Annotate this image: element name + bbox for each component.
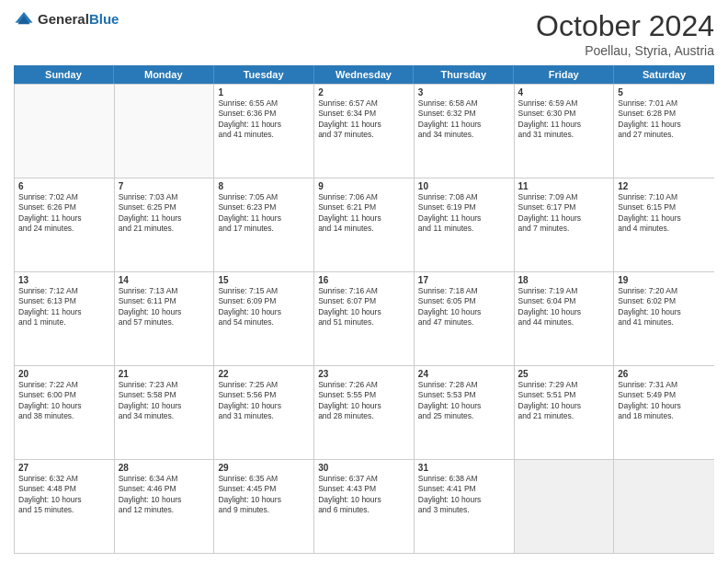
calendar-cell: 29Sunrise: 6:35 AMSunset: 4:45 PMDayligh…: [214, 460, 314, 553]
cell-info: Sunrise: 7:29 AMSunset: 5:51 PMDaylight:…: [518, 380, 610, 422]
day-number: 19: [618, 275, 711, 285]
cell-info: Sunrise: 6:58 AMSunset: 6:32 PMDaylight:…: [418, 98, 510, 141]
cell-info: Sunrise: 7:12 AMSunset: 6:13 PMDaylight:…: [18, 286, 110, 328]
day-number: 7: [119, 181, 210, 191]
day-number: 2: [318, 87, 410, 98]
day-number: 17: [418, 275, 510, 285]
cell-info: Sunrise: 7:19 AMSunset: 6:04 PMDaylight:…: [518, 286, 610, 328]
cell-info: Sunrise: 7:23 AMSunset: 5:58 PMDaylight:…: [119, 380, 210, 422]
day-number: 9: [318, 181, 410, 191]
cell-info: Sunrise: 7:06 AMSunset: 6:21 PMDaylight:…: [318, 192, 410, 235]
cell-info: Sunrise: 7:26 AMSunset: 5:55 PMDaylight:…: [318, 380, 410, 422]
calendar-cell: [15, 85, 115, 178]
calendar-row: 13Sunrise: 7:12 AMSunset: 6:13 PMDayligh…: [15, 271, 714, 365]
calendar-header: SundayMondayTuesdayWednesdayThursdayFrid…: [14, 65, 714, 84]
logo-blue: Blue: [89, 11, 119, 27]
calendar-cell: 30Sunrise: 6:37 AMSunset: 4:43 PMDayligh…: [314, 460, 415, 553]
calendar-cell: 17Sunrise: 7:18 AMSunset: 6:05 PMDayligh…: [415, 272, 515, 365]
calendar-row: 6Sunrise: 7:02 AMSunset: 6:26 PMDaylight…: [15, 178, 714, 271]
cell-info: Sunrise: 7:25 AMSunset: 5:56 PMDaylight:…: [218, 380, 310, 422]
day-number: 20: [18, 369, 110, 379]
day-number: 12: [618, 181, 711, 191]
weekday-header: Sunday: [14, 65, 114, 84]
logo: GeneralBlue: [14, 9, 119, 29]
day-number: 25: [518, 369, 610, 379]
cell-info: Sunrise: 6:55 AMSunset: 6:36 PMDaylight:…: [218, 98, 310, 141]
weekday-header: Thursday: [414, 65, 514, 84]
title-location: Poellau, Styria, Austria: [536, 43, 714, 58]
cell-info: Sunrise: 7:09 AMSunset: 6:17 PMDaylight:…: [518, 192, 610, 235]
cell-info: Sunrise: 7:20 AMSunset: 6:02 PMDaylight:…: [618, 286, 711, 328]
cell-info: Sunrise: 6:34 AMSunset: 4:46 PMDaylight:…: [119, 474, 210, 516]
day-number: 5: [618, 87, 711, 98]
logo-general: General: [38, 11, 89, 27]
weekday-header: Saturday: [614, 65, 714, 84]
calendar-cell: 16Sunrise: 7:16 AMSunset: 6:07 PMDayligh…: [314, 272, 415, 365]
calendar-cell: 7Sunrise: 7:03 AMSunset: 6:25 PMDaylight…: [115, 178, 215, 271]
day-number: 26: [618, 369, 711, 379]
calendar-cell: 23Sunrise: 7:26 AMSunset: 5:55 PMDayligh…: [314, 366, 415, 459]
day-number: 6: [18, 181, 110, 191]
logo-text: GeneralBlue: [38, 11, 119, 28]
cell-info: Sunrise: 7:05 AMSunset: 6:23 PMDaylight:…: [218, 192, 310, 235]
cell-info: Sunrise: 7:01 AMSunset: 6:28 PMDaylight:…: [618, 98, 711, 141]
calendar-row: 27Sunrise: 6:32 AMSunset: 4:48 PMDayligh…: [15, 459, 714, 553]
cell-info: Sunrise: 7:13 AMSunset: 6:11 PMDaylight:…: [119, 286, 210, 328]
calendar-cell: 22Sunrise: 7:25 AMSunset: 5:56 PMDayligh…: [214, 366, 314, 459]
weekday-header: Monday: [114, 65, 214, 84]
calendar-cell: [515, 460, 615, 553]
day-number: 23: [318, 369, 410, 379]
day-number: 10: [418, 181, 510, 191]
cell-info: Sunrise: 7:31 AMSunset: 5:49 PMDaylight:…: [618, 380, 711, 422]
cell-info: Sunrise: 7:10 AMSunset: 6:15 PMDaylight:…: [618, 192, 711, 235]
day-number: 11: [518, 181, 610, 191]
page: GeneralBlue October 2024 Poellau, Styria…: [0, 0, 728, 563]
calendar-cell: 25Sunrise: 7:29 AMSunset: 5:51 PMDayligh…: [515, 366, 615, 459]
calendar-cell: 12Sunrise: 7:10 AMSunset: 6:15 PMDayligh…: [614, 178, 714, 271]
day-number: 16: [318, 275, 410, 285]
calendar-cell: 10Sunrise: 7:08 AMSunset: 6:19 PMDayligh…: [415, 178, 515, 271]
calendar-cell: 13Sunrise: 7:12 AMSunset: 6:13 PMDayligh…: [15, 272, 115, 365]
title-block: October 2024 Poellau, Styria, Austria: [536, 9, 714, 58]
calendar-cell: 9Sunrise: 7:06 AMSunset: 6:21 PMDaylight…: [314, 178, 415, 271]
cell-info: Sunrise: 7:22 AMSunset: 6:00 PMDaylight:…: [18, 380, 110, 422]
day-number: 22: [218, 369, 310, 379]
calendar-cell: 3Sunrise: 6:58 AMSunset: 6:32 PMDaylight…: [415, 85, 515, 178]
day-number: 8: [218, 181, 310, 191]
day-number: 30: [318, 463, 410, 473]
calendar-cell: 15Sunrise: 7:15 AMSunset: 6:09 PMDayligh…: [214, 272, 314, 365]
day-number: 31: [418, 463, 510, 473]
calendar-cell: 1Sunrise: 6:55 AMSunset: 6:36 PMDaylight…: [214, 85, 314, 178]
day-number: 4: [518, 87, 610, 98]
cell-info: Sunrise: 6:59 AMSunset: 6:30 PMDaylight:…: [518, 98, 610, 141]
calendar: SundayMondayTuesdayWednesdayThursdayFrid…: [14, 65, 714, 554]
calendar-cell: 24Sunrise: 7:28 AMSunset: 5:53 PMDayligh…: [415, 366, 515, 459]
calendar-cell: 26Sunrise: 7:31 AMSunset: 5:49 PMDayligh…: [614, 366, 714, 459]
day-number: 24: [418, 369, 510, 379]
cell-info: Sunrise: 6:57 AMSunset: 6:34 PMDaylight:…: [318, 98, 410, 141]
header: GeneralBlue October 2024 Poellau, Styria…: [14, 9, 714, 58]
calendar-row: 20Sunrise: 7:22 AMSunset: 6:00 PMDayligh…: [15, 365, 714, 459]
cell-info: Sunrise: 6:35 AMSunset: 4:45 PMDaylight:…: [218, 474, 310, 516]
calendar-body: 1Sunrise: 6:55 AMSunset: 6:36 PMDaylight…: [14, 84, 714, 554]
cell-info: Sunrise: 7:15 AMSunset: 6:09 PMDaylight:…: [218, 286, 310, 328]
cell-info: Sunrise: 6:32 AMSunset: 4:48 PMDaylight:…: [18, 474, 110, 516]
cell-info: Sunrise: 7:16 AMSunset: 6:07 PMDaylight:…: [318, 286, 410, 328]
calendar-cell: 20Sunrise: 7:22 AMSunset: 6:00 PMDayligh…: [15, 366, 115, 459]
cell-info: Sunrise: 7:02 AMSunset: 6:26 PMDaylight:…: [18, 192, 110, 235]
logo-icon: [14, 9, 34, 29]
day-number: 27: [18, 463, 110, 473]
calendar-row: 1Sunrise: 6:55 AMSunset: 6:36 PMDaylight…: [15, 84, 714, 178]
calendar-cell: 27Sunrise: 6:32 AMSunset: 4:48 PMDayligh…: [15, 460, 115, 553]
weekday-header: Friday: [514, 65, 614, 84]
cell-info: Sunrise: 6:38 AMSunset: 4:41 PMDaylight:…: [418, 474, 510, 516]
calendar-cell: 8Sunrise: 7:05 AMSunset: 6:23 PMDaylight…: [214, 178, 314, 271]
calendar-cell: 5Sunrise: 7:01 AMSunset: 6:28 PMDaylight…: [614, 85, 714, 178]
weekday-header: Wednesday: [314, 65, 415, 84]
cell-info: Sunrise: 6:37 AMSunset: 4:43 PMDaylight:…: [318, 474, 410, 516]
calendar-cell: 14Sunrise: 7:13 AMSunset: 6:11 PMDayligh…: [115, 272, 215, 365]
day-number: 13: [18, 275, 110, 285]
cell-info: Sunrise: 7:28 AMSunset: 5:53 PMDaylight:…: [418, 380, 510, 422]
calendar-cell: 4Sunrise: 6:59 AMSunset: 6:30 PMDaylight…: [515, 85, 615, 178]
calendar-cell: 18Sunrise: 7:19 AMSunset: 6:04 PMDayligh…: [515, 272, 615, 365]
